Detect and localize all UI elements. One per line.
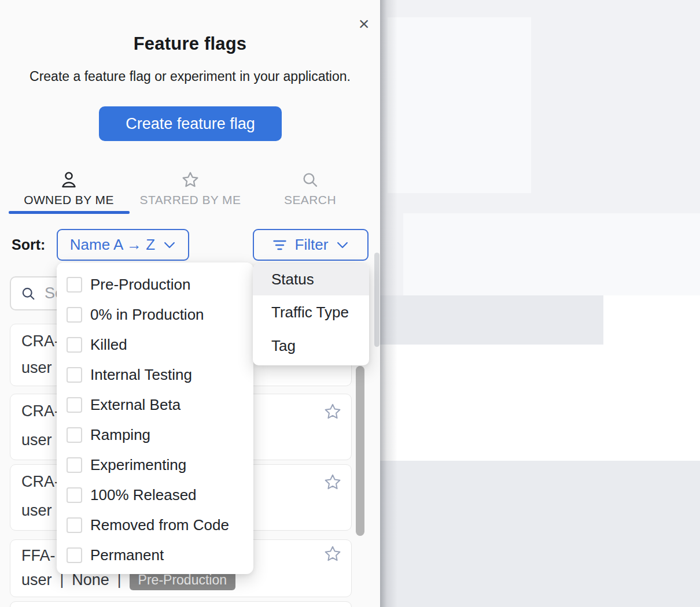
sort-label: Sort: bbox=[12, 236, 45, 253]
star-icon[interactable] bbox=[323, 473, 342, 491]
sort-dropdown-button[interactable]: Name A → Z bbox=[57, 229, 189, 261]
close-icon[interactable]: × bbox=[355, 15, 373, 34]
menu-item-label: Internal Testing bbox=[90, 366, 192, 384]
search-icon bbox=[266, 170, 354, 190]
menu-item-100-released[interactable]: 100% Released bbox=[57, 480, 253, 510]
flag-name: CRA- bbox=[21, 402, 60, 420]
filter-category-menu: Status Traffic Type Tag bbox=[253, 264, 369, 365]
menu-item-external-beta[interactable]: External Beta bbox=[57, 390, 253, 420]
chevron-down-icon bbox=[336, 241, 349, 249]
menu-item-pre-production[interactable]: Pre-Production bbox=[57, 269, 253, 299]
checkbox[interactable] bbox=[67, 427, 82, 443]
checkbox[interactable] bbox=[67, 397, 82, 413]
filter-label: Filter bbox=[295, 236, 329, 254]
star-icon[interactable] bbox=[323, 545, 342, 563]
search-icon bbox=[20, 286, 36, 302]
checkbox[interactable] bbox=[67, 367, 82, 383]
list-scrollbar-thumb[interactable] bbox=[356, 366, 364, 536]
tab-starred-by-me[interactable]: STARRED BY ME bbox=[133, 170, 248, 207]
flag-name: CRA- bbox=[21, 473, 60, 491]
tab-owned-by-me[interactable]: OWNED BY ME bbox=[6, 170, 132, 207]
menu-item-label: Killed bbox=[90, 336, 127, 354]
menu-item-label: Ramping bbox=[90, 426, 150, 444]
menu-item-0-in-production[interactable]: 0% in Production bbox=[57, 299, 253, 330]
tab-label: STARRED BY ME bbox=[140, 193, 241, 206]
menu-item-status[interactable]: Status bbox=[253, 264, 369, 295]
checkbox[interactable] bbox=[67, 337, 82, 353]
background-placeholder-block bbox=[388, 17, 531, 193]
background-page bbox=[380, 0, 700, 607]
sort-value: Name A → Z bbox=[70, 236, 155, 254]
panel-scrollbar-thumb[interactable] bbox=[374, 253, 380, 347]
filter-icon bbox=[272, 239, 287, 251]
star-icon[interactable] bbox=[323, 402, 342, 421]
background-placeholder-block bbox=[403, 213, 700, 295]
flag-traffic-type: user bbox=[21, 571, 52, 589]
tab-label: SEARCH bbox=[284, 193, 336, 206]
checkbox[interactable] bbox=[67, 457, 82, 473]
flag-traffic-type: user bbox=[21, 359, 52, 377]
menu-item-traffic-type[interactable]: Traffic Type bbox=[253, 295, 369, 329]
background-placeholder-bar bbox=[380, 295, 603, 345]
chevron-down-icon bbox=[163, 241, 176, 249]
menu-item-ramping[interactable]: Ramping bbox=[57, 420, 253, 450]
feature-flags-panel: × Feature flags Create a feature flag or… bbox=[0, 0, 380, 607]
menu-item-killed[interactable]: Killed bbox=[57, 330, 253, 360]
menu-item-experimenting[interactable]: Experimenting bbox=[57, 450, 253, 480]
menu-item-label: Experimenting bbox=[90, 456, 186, 474]
menu-item-removed-from-code[interactable]: Removed from Code bbox=[57, 510, 253, 540]
menu-item-internal-testing[interactable]: Internal Testing bbox=[57, 360, 253, 390]
checkbox[interactable] bbox=[67, 547, 82, 563]
menu-item-label: Pre-Production bbox=[90, 276, 190, 294]
page-title: Feature flags bbox=[0, 34, 380, 54]
checkbox[interactable] bbox=[67, 277, 82, 293]
checkbox[interactable] bbox=[67, 487, 82, 503]
flag-traffic-type: user bbox=[21, 431, 52, 449]
flag-traffic-type: user bbox=[21, 502, 52, 520]
active-tab-underline bbox=[9, 211, 130, 214]
menu-item-label: 0% in Production bbox=[90, 306, 204, 324]
star-icon bbox=[133, 170, 248, 190]
filter-dropdown-button[interactable]: Filter bbox=[253, 229, 369, 261]
menu-item-permanent[interactable]: Permanent bbox=[57, 540, 253, 570]
menu-item-label: External Beta bbox=[90, 396, 180, 414]
checkbox[interactable] bbox=[67, 307, 82, 323]
person-icon bbox=[6, 170, 132, 190]
checkbox[interactable] bbox=[67, 517, 82, 533]
menu-item-label: Permanent bbox=[90, 546, 164, 564]
flag-card[interactable] bbox=[10, 601, 352, 607]
menu-item-label: 100% Released bbox=[90, 486, 197, 504]
flag-name: FFA- bbox=[21, 547, 56, 565]
create-feature-flag-button[interactable]: Create feature flag bbox=[99, 106, 282, 141]
tab-label: OWNED BY ME bbox=[24, 193, 114, 206]
background-placeholder-block bbox=[380, 461, 700, 607]
panel-drop-shadow bbox=[380, 0, 397, 607]
tab-search[interactable]: SEARCH bbox=[266, 170, 354, 207]
menu-item-tag[interactable]: Tag bbox=[253, 329, 369, 362]
flag-name: CRA- bbox=[21, 332, 60, 350]
status-filter-menu: Pre-Production 0% in Production Killed I… bbox=[57, 262, 253, 574]
page-subtitle: Create a feature flag or experiment in y… bbox=[0, 69, 380, 84]
menu-item-label: Removed from Code bbox=[90, 516, 229, 534]
